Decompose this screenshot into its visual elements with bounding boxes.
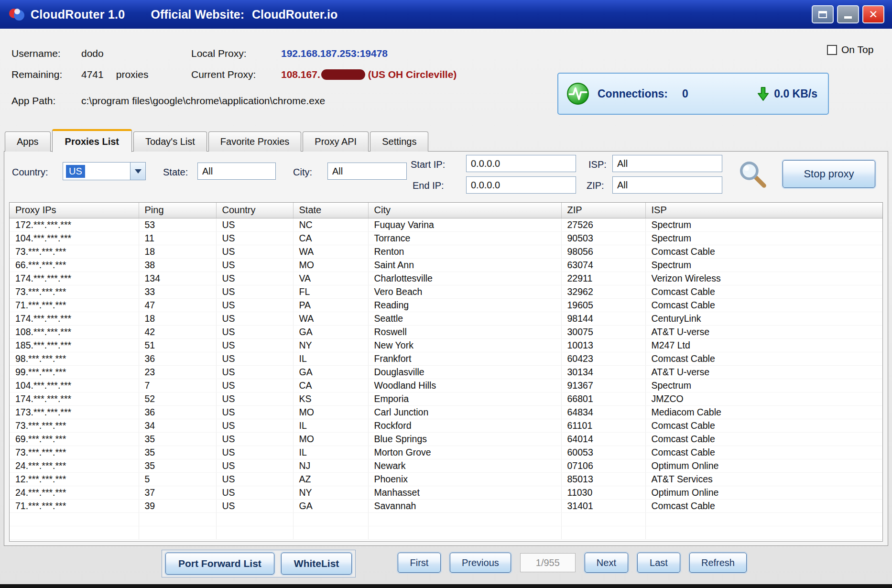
chevron-down-icon[interactable] — [130, 163, 145, 180]
proxy-row[interactable]: 172.***.***.***53USNCFuquay Varina27526S… — [10, 218, 882, 231]
proxy-row[interactable]: 71.***.***.***47USPAReading19605Comcast … — [10, 298, 882, 312]
proxy-row[interactable]: 174.***.***.***18USWASeattle98144Century… — [10, 312, 882, 325]
cell: Comcast Cable — [645, 499, 882, 512]
column-header-state[interactable]: State — [293, 203, 368, 218]
proxy-row[interactable]: 24.***.***.***35USNJNewark07106Optimum O… — [10, 459, 882, 472]
proxy-row[interactable]: 69.***.***.***35USMOBlue Springs64014Com… — [10, 432, 882, 446]
proxy-row[interactable]: 104.***.***.***7USCAWoodland Hills91367S… — [10, 379, 882, 392]
cell: 174.***.***.*** — [10, 312, 139, 325]
cell: Phoenix — [368, 472, 561, 486]
next-page-button[interactable]: Next — [585, 553, 628, 573]
on-top-checkbox[interactable] — [827, 45, 837, 55]
whitelist-button[interactable]: WhiteList — [281, 553, 352, 575]
app-path-value: c:\program files\google\chrome\applicati… — [81, 95, 325, 107]
app-logo-icon — [8, 5, 26, 23]
country-select[interactable]: US — [63, 162, 146, 180]
cell: Spectrum — [645, 379, 882, 392]
proxy-row[interactable]: 185.***.***.***51USNYNew York10013M247 L… — [10, 338, 882, 352]
proxy-row[interactable]: 73.***.***.***18USWARenton98056Comcast C… — [10, 245, 882, 258]
cell: 24.***.***.*** — [10, 486, 139, 499]
state-input[interactable] — [197, 163, 276, 180]
search-button[interactable] — [738, 158, 767, 190]
refresh-button[interactable]: Refresh — [689, 553, 747, 573]
proxy-row[interactable]: 174.***.***.***52USKSEmporia66801JMZCO — [10, 392, 882, 405]
cell: GA — [293, 499, 368, 512]
website-label: Official Website: — [151, 8, 244, 22]
proxy-row[interactable]: 173.***.***.***36USMOCarl Junction64834M… — [10, 405, 882, 419]
cell: Newark — [368, 459, 561, 472]
cell: 104.***.***.*** — [10, 231, 139, 245]
website-link[interactable]: CloudRouter.io — [252, 8, 337, 22]
zip-input[interactable] — [612, 176, 722, 194]
proxy-row[interactable]: 98.***.***.***36USILFrankfort60423Comcas… — [10, 352, 882, 365]
current-proxy-label: Current Proxy: — [191, 69, 256, 80]
cell: 98.***.***.*** — [10, 352, 139, 365]
cell: Comcast Cable — [645, 432, 882, 446]
previous-page-button[interactable]: Previous — [450, 553, 511, 573]
cell: Comcast Cable — [645, 446, 882, 459]
cell: KS — [293, 392, 368, 405]
first-page-button[interactable]: First — [398, 553, 441, 573]
last-page-button[interactable]: Last — [637, 553, 680, 573]
isp-input[interactable] — [612, 155, 722, 172]
maximize-button[interactable] — [812, 5, 834, 23]
cell: 51 — [139, 338, 216, 352]
tab-apps[interactable]: Apps — [5, 131, 51, 152]
city-label: City: — [293, 167, 312, 178]
proxy-row[interactable]: 12.***.***.***5USAZPhoenix85013AT&T Serv… — [10, 472, 882, 486]
column-header-proxy-ips[interactable]: Proxy IPs — [10, 203, 139, 218]
cell: 22911 — [561, 272, 645, 285]
official-website: Official Website: CloudRouter.io — [151, 8, 338, 22]
proxy-row[interactable]: 73.***.***.***33USFLVero Beach32962Comca… — [10, 285, 882, 298]
proxy-row[interactable]: 71.***.***.***39USGASavannah31401Comcast… — [10, 499, 882, 512]
tab-proxy-api[interactable]: Proxy API — [303, 131, 369, 152]
cell: US — [216, 379, 293, 392]
tab-favorite-proxies[interactable]: Favorite Proxies — [208, 131, 302, 152]
cell: 71.***.***.*** — [10, 298, 139, 312]
cell: 66.***.***.*** — [10, 258, 139, 272]
on-top-control[interactable]: On Top — [827, 44, 873, 55]
end-ip-input[interactable] — [466, 176, 576, 194]
tab-today-s-list[interactable]: Today's List — [133, 131, 207, 152]
proxy-row[interactable]: 24.***.***.***37USNYManhasset11030Optimu… — [10, 486, 882, 499]
cell: 33 — [139, 285, 216, 298]
column-header-isp[interactable]: ISP — [645, 203, 882, 218]
close-button[interactable]: ✕ — [862, 5, 884, 23]
cell: AT&T U-verse — [645, 365, 882, 379]
start-ip-input[interactable] — [466, 155, 576, 172]
cell: 61101 — [561, 419, 645, 432]
proxy-row[interactable]: 73.***.***.***34USILRockford61101Comcast… — [10, 419, 882, 432]
country-selected-value: US — [66, 165, 85, 178]
cell: CA — [293, 231, 368, 245]
city-input[interactable] — [327, 163, 407, 180]
page-indicator[interactable] — [520, 553, 576, 572]
stop-proxy-button[interactable]: Stop proxy — [783, 160, 875, 188]
app-path-label: App Path: — [11, 95, 55, 107]
cell: 5 — [139, 472, 216, 486]
cell: WA — [293, 245, 368, 258]
connections-panel: Connections: 0 0.0 KB/s — [557, 73, 829, 115]
column-header-zip[interactable]: ZIP — [561, 203, 645, 218]
proxy-row[interactable]: 99.***.***.***23USGADouglasville30134AT&… — [10, 365, 882, 379]
cell: Verizon Wireless — [645, 272, 882, 285]
tab-proxies-list[interactable]: Proxies List — [52, 129, 132, 152]
proxy-row[interactable]: 104.***.***.***11USCATorrance90503Spectr… — [10, 231, 882, 245]
column-header-ping[interactable]: Ping — [139, 203, 216, 218]
connections-value: 0 — [682, 87, 688, 100]
cell: 108.***.***.*** — [10, 325, 139, 338]
proxy-row[interactable]: 174.***.***.***134USVACharlottesville229… — [10, 272, 882, 285]
on-top-label: On Top — [841, 44, 873, 55]
cell: 71.***.***.*** — [10, 499, 139, 512]
column-header-city[interactable]: City — [368, 203, 561, 218]
port-forward-list-button[interactable]: Port Forward List — [165, 553, 274, 575]
proxy-row[interactable]: 73.***.***.***35USILMorton Grove60053Com… — [10, 446, 882, 459]
remaining-label: Remaining: — [11, 69, 62, 80]
cell: 7 — [139, 379, 216, 392]
proxy-row[interactable]: 66.***.***.***38USMOSaint Ann63074Spectr… — [10, 258, 882, 272]
cell: 32962 — [561, 285, 645, 298]
cell: GA — [293, 325, 368, 338]
proxy-row[interactable]: 108.***.***.***42USGARoswell30075AT&T U-… — [10, 325, 882, 338]
tab-settings[interactable]: Settings — [370, 131, 428, 152]
column-header-country[interactable]: Country — [216, 203, 293, 218]
minimize-button[interactable] — [837, 5, 859, 23]
